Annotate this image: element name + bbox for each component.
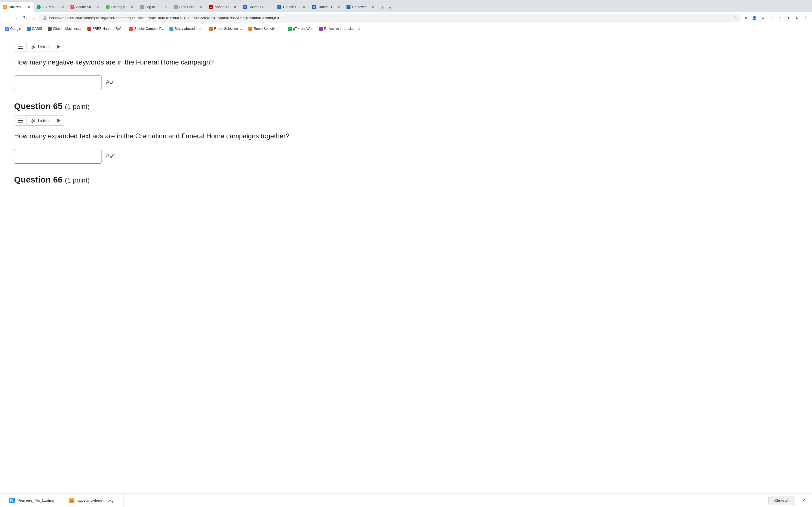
tab-home-a[interactable]: H Home | A... ✕ xyxy=(103,2,137,12)
tab-close-course-h3[interactable]: ✕ xyxy=(336,5,341,9)
chrome-extension1[interactable]: ● xyxy=(759,14,767,22)
bookmark-study-abroad[interactable]: Study abroad pro... xyxy=(167,25,206,32)
bookmark-label-citation: Citation Machine:... xyxy=(53,27,82,31)
tab-close-quizzes[interactable]: ✕ xyxy=(27,5,31,9)
q65-listen-label: Listen xyxy=(38,118,49,123)
tab-adobe-id[interactable]: A Adobe ID ✕ xyxy=(206,2,240,12)
bookmark-room-sel1[interactable]: Room Selection -... xyxy=(207,25,245,32)
bookmark-favicon-studio xyxy=(129,27,133,31)
q65-answer-input[interactable] xyxy=(14,149,101,164)
bookmark-citation[interactable]: Citation Machine:... xyxy=(45,25,84,32)
q65-spellcheck-icon[interactable]: A xyxy=(106,152,114,161)
q64-listen-menu-button[interactable] xyxy=(14,43,27,51)
tab-close-adobe-so[interactable]: ✕ xyxy=(96,5,100,9)
tab-close-course-h1[interactable]: ✕ xyxy=(267,5,272,9)
profile-button[interactable]: 👤 xyxy=(751,14,758,22)
tab-overflow-button[interactable]: ▾ xyxy=(386,4,394,12)
speaker-icon-q65: 🔊 xyxy=(31,118,36,123)
speaker-icon: 🔊 xyxy=(31,44,36,49)
forward-button[interactable]: → xyxy=(12,14,20,22)
extensions-button[interactable]: ❖ xyxy=(742,14,750,22)
home-button[interactable]: ⌂ xyxy=(30,14,38,22)
tab-label-free-para: Free Para... xyxy=(179,5,197,9)
tab-quizzes[interactable]: Q Quizzes - ✕ xyxy=(0,2,34,12)
q64-answer-input[interactable] xyxy=(14,75,101,90)
svg-marker-8 xyxy=(57,118,61,123)
tab-favicon-log-in xyxy=(140,5,144,9)
svg-text:A: A xyxy=(106,153,109,158)
tab-favicon-ea: E xyxy=(37,5,41,9)
refresh-button[interactable]: ↻ xyxy=(21,14,29,22)
tab-close-ea[interactable]: ✕ xyxy=(60,5,65,9)
tab-favicon-adobe-id: A xyxy=(209,5,213,9)
tab-favicon-course-h3: C xyxy=(312,5,316,9)
svg-text:A: A xyxy=(106,79,109,85)
q64-play-button[interactable] xyxy=(53,42,64,51)
bookmark-reflective[interactable]: Reflective Journal... xyxy=(317,25,356,32)
tab-favicon-quizzes: Q xyxy=(3,5,7,9)
bookmark-favicon-study-abroad xyxy=(169,27,173,31)
q64-answer-area: A xyxy=(14,75,798,90)
tab-free-para[interactable]: Free Para... ✕ xyxy=(171,2,206,12)
q64-listen-toolbar: 🔊 Listen xyxy=(14,42,64,52)
svg-marker-3 xyxy=(57,45,61,49)
bookmark-studio[interactable]: Studio: Campus P... xyxy=(127,25,166,32)
tab-close-adobe-id[interactable]: ✕ xyxy=(233,5,237,9)
bookmarks-overflow-button[interactable]: » xyxy=(357,26,361,31)
q65-play-button[interactable] xyxy=(53,116,64,125)
tab-close-homework[interactable]: ✕ xyxy=(371,5,375,9)
bookmark-oasis[interactable]: OASIS xyxy=(24,25,45,32)
tab-homework[interactable]: C Homewor... ✕ xyxy=(344,2,378,12)
q65-heading-container: Question 65 (1 point) xyxy=(14,101,798,111)
tab-label-course-h3: Course H... xyxy=(318,5,335,9)
tab-label-ea: EA Play - xyxy=(42,5,56,9)
tab-adobe-so[interactable]: A Adobe So... ✕ xyxy=(68,2,103,12)
bookmarks-bar: G Google OASIS Citation Machine:... FREE… xyxy=(0,24,812,33)
svg-rect-2 xyxy=(18,48,23,49)
tab-close-course-h2[interactable]: ✕ xyxy=(302,5,306,9)
bookmark-favicon-room-sel1 xyxy=(209,27,213,31)
tab-course-h2[interactable]: C Course H... ✕ xyxy=(274,2,309,12)
tab-ea-play[interactable]: E EA Play - ✕ xyxy=(34,2,68,12)
q65-listen-menu-button[interactable] xyxy=(14,116,27,125)
tab-favicon-homework: C xyxy=(347,5,350,9)
tab-label-homework: Homewor... xyxy=(352,5,369,9)
bookmark-harvard[interactable]: FREE Harvard Ref... xyxy=(85,25,126,32)
tab-log-in[interactable]: Log In ✕ xyxy=(137,2,171,12)
downloads-button[interactable]: ⬇ xyxy=(793,14,801,22)
tab-favicon-course-h2: C xyxy=(277,5,282,9)
q64-listen-button[interactable]: 🔊 Listen xyxy=(27,42,53,52)
q65-answer-area: A xyxy=(14,149,798,164)
bookmark-label-reflective: Reflective Journal... xyxy=(324,27,354,31)
bookmark-google[interactable]: G Google xyxy=(3,25,23,32)
bookmark-favicon-oasis xyxy=(27,27,31,31)
tab-favicon-home-a: H xyxy=(106,5,110,9)
tab-label-log-in: Log In xyxy=(146,5,155,9)
bookmark-star-icon[interactable]: ☆ xyxy=(733,15,737,20)
page-content: 🔊 Listen How many negative keywords are … xyxy=(0,33,812,493)
q65-listen-button[interactable]: 🔊 Listen xyxy=(27,116,53,125)
tab-favicon-course-h1: C xyxy=(243,5,247,9)
more-menu-button[interactable]: ⋮ xyxy=(801,14,809,22)
back-button[interactable]: ← xyxy=(3,14,11,22)
svg-rect-5 xyxy=(18,119,23,119)
chrome-extension2[interactable]: ○ xyxy=(767,14,775,22)
address-bar[interactable]: 🔒 fanshaweonline.ca/d2l/lms/quizzing/use… xyxy=(39,13,741,22)
tab-label-quizzes: Quizzes - xyxy=(8,5,23,9)
q64-spellcheck-icon[interactable]: A xyxy=(106,78,114,87)
bookmark-room-sel2[interactable]: Room Selection -... xyxy=(246,25,285,32)
tab-close-log-in[interactable]: ✕ xyxy=(163,5,168,9)
bookmark-label-utorrent: µTorrent Web xyxy=(293,27,313,31)
chrome-extension4[interactable]: ★ xyxy=(784,14,792,22)
tab-label-home-a: Home | A... xyxy=(111,5,128,9)
tab-close-home-a[interactable]: ✕ xyxy=(130,5,134,9)
bookmark-favicon-room-sel2 xyxy=(248,27,252,31)
tab-close-free-para[interactable]: ✕ xyxy=(199,5,203,9)
bookmark-utorrent[interactable]: µTorrent Web xyxy=(286,25,315,32)
tab-course-h3[interactable]: C Course H... ✕ xyxy=(309,2,344,12)
chrome-extension3[interactable]: ✦ xyxy=(776,14,784,22)
new-tab-button[interactable]: + xyxy=(378,4,386,12)
tab-bar: Q Quizzes - ✕ E EA Play - ✕ A Adobe So..… xyxy=(0,0,812,12)
q65-heading: Question 65 (1 point) xyxy=(14,101,90,111)
tab-course-h1[interactable]: C Course H... ✕ xyxy=(240,2,274,12)
